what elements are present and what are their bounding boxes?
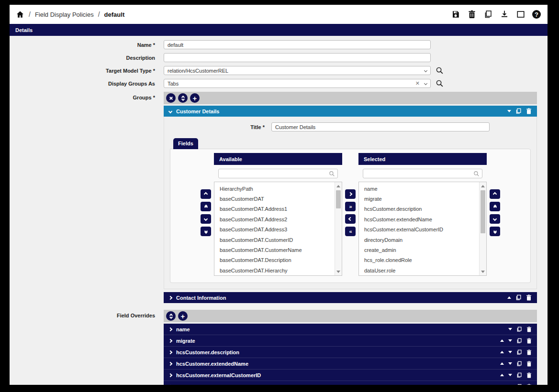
delete-icon[interactable] xyxy=(526,349,532,355)
collapse-all-button[interactable] xyxy=(166,93,176,103)
move-down-icon[interactable] xyxy=(508,362,512,365)
override-row[interactable]: hcsCustomer.externalCustomerID xyxy=(164,370,537,381)
move-group-down-icon[interactable] xyxy=(507,110,511,112)
list-item[interactable]: baseCustomerDAT.Address1 xyxy=(214,204,342,214)
clone-group-icon[interactable] xyxy=(515,294,522,301)
move-bottom-button[interactable] xyxy=(490,227,500,236)
selected-search-input[interactable] xyxy=(363,169,482,178)
selected-scrollbar[interactable] xyxy=(479,182,486,275)
group-title-input[interactable] xyxy=(271,122,490,131)
list-item[interactable]: directoryDomain xyxy=(359,235,486,245)
scroll-down-icon[interactable] xyxy=(335,268,342,275)
clone-group-icon[interactable] xyxy=(515,108,522,114)
delete-icon[interactable] xyxy=(526,338,532,344)
clone-icon[interactable] xyxy=(516,327,522,332)
add-group-button[interactable]: + xyxy=(190,93,200,103)
move-up-button[interactable] xyxy=(490,189,500,199)
export-icon[interactable] xyxy=(500,10,509,19)
delete-icon[interactable] xyxy=(467,10,476,19)
delete-group-icon[interactable] xyxy=(526,108,532,114)
move-top-button[interactable] xyxy=(490,202,500,211)
clone-icon[interactable] xyxy=(516,338,522,344)
move-bottom-button[interactable] xyxy=(201,227,211,236)
list-item[interactable]: create_admin xyxy=(359,245,486,255)
move-up-button[interactable] xyxy=(201,189,211,199)
home-icon[interactable] xyxy=(15,10,24,19)
override-row[interactable]: hcsCustomer.extendedName xyxy=(164,358,537,370)
delete-icon[interactable] xyxy=(526,372,532,378)
scroll-thumb[interactable] xyxy=(336,190,341,208)
scroll-up-icon[interactable] xyxy=(335,183,342,189)
list-item[interactable]: hcs_role.clonedRole xyxy=(359,255,486,265)
list-item[interactable]: baseCustomerDAT.Address2 xyxy=(214,214,342,224)
delete-icon[interactable] xyxy=(526,361,532,367)
clear-icon[interactable]: ✕ xyxy=(415,80,420,87)
move-all-left-button[interactable]: « xyxy=(345,227,356,236)
move-down-icon[interactable] xyxy=(508,351,512,353)
move-up-icon[interactable] xyxy=(500,374,504,376)
tab-fields[interactable]: Fields xyxy=(173,138,198,149)
list-item[interactable]: HierarchyPath xyxy=(214,184,342,194)
move-up-icon[interactable] xyxy=(500,362,504,365)
window-icon[interactable] xyxy=(516,10,525,19)
list-item[interactable]: hcsCustomer.externalCustomerID xyxy=(359,225,486,235)
clone-icon[interactable] xyxy=(483,10,492,19)
list-item[interactable]: hcsCustomer.description xyxy=(359,204,486,214)
list-item[interactable]: baseCustomerDAT.CustomerName xyxy=(214,245,342,255)
name-input[interactable] xyxy=(164,40,431,49)
move-down-icon[interactable] xyxy=(508,339,512,342)
available-search-input[interactable] xyxy=(218,169,338,178)
move-up-icon[interactable] xyxy=(500,339,504,342)
move-group-up-icon[interactable] xyxy=(507,296,511,299)
delete-icon[interactable] xyxy=(526,327,532,332)
move-right-button[interactable] xyxy=(345,189,356,199)
override-row[interactable]: name xyxy=(164,324,537,335)
delete-icon[interactable] xyxy=(526,384,532,385)
group-header-contact-information[interactable]: Contact Information xyxy=(164,292,537,303)
expand-all-button[interactable] xyxy=(166,311,176,321)
display-groups-as-select[interactable]: Tabs ✕ xyxy=(164,79,431,88)
move-up-icon[interactable] xyxy=(500,351,504,353)
list-item[interactable]: dataUser.role xyxy=(359,265,486,275)
override-row[interactable]: hcsCustomer.description xyxy=(164,347,537,358)
selected-listbox[interactable]: name migrate hcsCustomer.description hcs… xyxy=(358,182,487,276)
move-left-button[interactable] xyxy=(345,214,356,224)
breadcrumb-item-policies[interactable]: Field Display Policies xyxy=(35,11,94,18)
help-icon[interactable]: ? xyxy=(532,10,541,19)
move-all-right-button[interactable]: » xyxy=(345,202,356,211)
list-item[interactable]: baseCustomerDAT xyxy=(214,194,342,204)
move-down-icon[interactable] xyxy=(508,328,512,330)
display-groups-as-lookup-icon[interactable] xyxy=(436,79,444,87)
clone-icon[interactable] xyxy=(516,349,522,355)
clone-icon[interactable] xyxy=(516,384,522,385)
list-item[interactable]: baseCustomerDAT.CustomerID xyxy=(214,235,342,245)
delete-group-icon[interactable] xyxy=(526,294,532,301)
move-down-icon[interactable] xyxy=(508,374,512,376)
description-input[interactable] xyxy=(164,53,431,62)
available-listbox[interactable]: HierarchyPath baseCustomerDAT baseCustom… xyxy=(214,182,342,276)
move-down-button[interactable] xyxy=(201,214,211,224)
list-item[interactable]: hcsCustomer.extendedName xyxy=(359,214,486,224)
list-item[interactable]: migrate xyxy=(359,194,486,204)
target-model-type-lookup-icon[interactable] xyxy=(436,66,444,75)
move-down-button[interactable] xyxy=(490,214,500,224)
list-item[interactable]: baseCustomerDAT.Address3 xyxy=(214,225,342,235)
list-item[interactable]: name xyxy=(359,184,486,194)
scroll-down-icon[interactable] xyxy=(480,268,486,275)
group-header-customer-details[interactable]: Customer Details xyxy=(164,106,537,117)
override-row[interactable]: migrate xyxy=(164,335,537,347)
available-scrollbar[interactable] xyxy=(335,182,342,275)
save-icon[interactable] xyxy=(451,10,460,19)
expand-all-button[interactable] xyxy=(178,93,188,103)
move-top-button[interactable] xyxy=(201,202,211,211)
clone-icon[interactable] xyxy=(516,372,522,378)
target-model-type-select[interactable]: relation/HcsCustomerREL xyxy=(164,66,431,75)
tab-details[interactable]: Details xyxy=(10,24,548,36)
list-item[interactable]: baseCustomerDAT.Hierarchy xyxy=(214,265,342,275)
clone-icon[interactable] xyxy=(516,361,522,367)
scroll-up-icon[interactable] xyxy=(480,183,486,189)
scroll-thumb[interactable] xyxy=(481,190,485,233)
list-item[interactable]: baseCustomerDAT.Description xyxy=(214,255,342,265)
override-row[interactable]: directoryDomain xyxy=(164,381,537,385)
add-override-button[interactable]: + xyxy=(178,311,188,321)
